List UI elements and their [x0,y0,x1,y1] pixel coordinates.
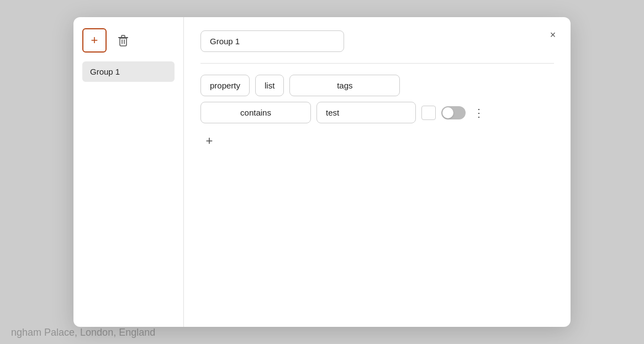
condition-checkbox[interactable] [421,106,436,120]
property-button[interactable]: property [200,75,250,96]
filter-value-input[interactable] [316,102,416,123]
add-condition-button[interactable]: + [200,132,218,150]
modal-body: + Group 1 [73,17,571,327]
list-button[interactable]: list [255,75,284,96]
group-name-input[interactable] [200,30,344,52]
sidebar-toolbar: + [82,28,175,53]
close-button[interactable]: × [545,27,561,43]
group-name-row [200,30,554,64]
more-options-button[interactable]: ⋮ [471,105,487,121]
condition-select[interactable]: contains [200,102,311,123]
modal: × + Group 1 [73,17,571,327]
tags-button[interactable]: tags [289,75,400,96]
filter-condition-row: contains ⋮ [200,102,554,123]
filter-header-row: property list tags [200,75,554,96]
sidebar: + Group 1 [73,17,184,327]
trash-icon [118,34,129,46]
condition-toggle[interactable] [441,106,466,119]
add-group-button[interactable]: + [82,28,107,53]
modal-overlay: × + Group 1 [0,0,644,344]
delete-group-button[interactable] [113,30,133,50]
group-item[interactable]: Group 1 [82,61,175,82]
content-area: property list tags contains ⋮ + [184,17,571,327]
